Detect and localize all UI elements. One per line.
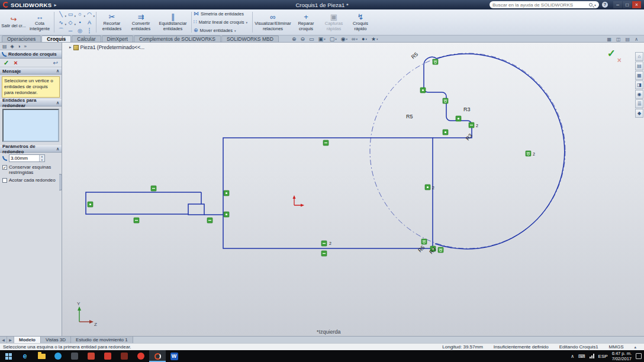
rapid-sketch-button[interactable]: ↯ Croquis rápido xyxy=(348,10,373,34)
sketch-relation-badge[interactable] xyxy=(224,190,229,196)
search-dropdown-icon[interactable]: ▾ xyxy=(594,3,596,7)
tab-dimxpert[interactable]: DimXpert xyxy=(102,35,133,42)
tab-modelo[interactable]: Modelo xyxy=(14,337,41,343)
sketch-relation-badge[interactable] xyxy=(88,202,93,207)
language-indicator[interactable]: ESP xyxy=(598,354,608,359)
fillet-radius-input[interactable] xyxy=(9,155,39,161)
sketch-fillet-button[interactable]: ⌒ xyxy=(56,27,66,35)
feature-tree-tab-icon[interactable]: ▤ xyxy=(2,44,7,49)
linear-pattern-button[interactable]: ∷ Matriz lineal de croquis ▾ xyxy=(194,18,250,26)
start-button[interactable] xyxy=(0,350,17,362)
maximize-button[interactable]: □ xyxy=(623,1,632,8)
more-tabs-icon[interactable]: » xyxy=(24,44,27,49)
sketch-relation-badge[interactable] xyxy=(134,218,139,223)
stepper-down-icon[interactable]: ▾ xyxy=(40,159,44,162)
tab-estudio-movimiento[interactable]: Estudio de movimiento 1 xyxy=(71,337,133,343)
trim-entities-button[interactable]: ✂ Recortar entidades xyxy=(98,10,125,34)
zoom-fit-icon[interactable]: ⊕ xyxy=(292,36,297,42)
repair-sketch-button[interactable]: + Reparar croquis xyxy=(292,10,320,34)
view-orientation-icon[interactable]: ▢▾ xyxy=(330,36,337,42)
sketch-notch-profile[interactable] xyxy=(424,57,472,138)
chevron-down-icon[interactable]: ▾ xyxy=(246,21,247,24)
sketch-centerline-button[interactable]: ─ xyxy=(66,27,75,35)
tray-expand-icon[interactable]: ∧ xyxy=(571,354,574,359)
taskbar-app-red-icon[interactable] xyxy=(83,350,99,362)
dimension-label[interactable]: R5 xyxy=(410,51,419,60)
property-manager-tab-icon[interactable]: ◈ xyxy=(11,44,14,49)
sketch-relation-badge[interactable] xyxy=(421,239,427,244)
taskbar-app-blue-icon[interactable] xyxy=(50,350,66,362)
display-style-icon[interactable]: ◉▾ xyxy=(341,36,347,42)
action-center-icon[interactable] xyxy=(636,353,642,359)
taskbar-edge-icon[interactable]: e xyxy=(17,350,33,362)
sketch-step-square[interactable] xyxy=(188,204,204,215)
mirror-entities-button[interactable]: ⋈ Simetría de entidades xyxy=(194,10,250,18)
tab-calcular[interactable]: Calcular xyxy=(72,35,101,42)
network-icon[interactable] xyxy=(590,354,594,358)
zoom-area-icon[interactable]: ⊖ xyxy=(301,36,305,42)
tab-croquis[interactable]: Croquis xyxy=(41,35,71,42)
search-icon[interactable] xyxy=(589,3,593,7)
pane-control-icon[interactable]: ▦ xyxy=(607,37,611,42)
dimension-label[interactable]: R5 xyxy=(417,244,426,253)
sketch-relation-badge[interactable] xyxy=(469,122,474,128)
tab-complementos[interactable]: Complementos de SOLIDWORKS xyxy=(134,35,221,42)
taskbar-app-redcircle-icon[interactable] xyxy=(133,350,149,362)
sketch-origin[interactable] xyxy=(293,195,305,207)
sketch-polygon-button[interactable]: ◇▾ xyxy=(66,18,75,27)
sketch-point-button[interactable]: • xyxy=(75,18,85,27)
tab-solidworks-mbd[interactable]: SOLIDWORKS MBD xyxy=(221,35,279,42)
entities-section-header[interactable]: Entidades para redondear ∧ xyxy=(0,99,62,106)
tab-scroll-left-icon[interactable]: ◀ xyxy=(0,337,7,343)
sketch-line-button[interactable]: ╲▾ xyxy=(56,10,66,18)
minimize-button[interactable]: – xyxy=(613,1,622,8)
exit-sketch-button[interactable]: ↪ Salir del cr... xyxy=(1,10,26,34)
forum-tab-icon[interactable]: ◆ xyxy=(635,109,643,118)
view-palette-tab-icon[interactable]: ◨ xyxy=(635,80,643,89)
tab-vistas-3d[interactable]: Vistas 3D xyxy=(41,337,71,343)
sketch-relation-badge[interactable] xyxy=(207,218,212,223)
sketch-spline-button[interactable]: ∿▾ xyxy=(56,18,66,27)
sketch-slot-profile[interactable] xyxy=(86,192,201,214)
collapse-icon[interactable]: ∧ xyxy=(56,101,59,105)
pane-control-icon[interactable]: ◫ xyxy=(616,37,621,42)
keep-corners-checkbox[interactable]: ✓ xyxy=(2,165,7,170)
tab-operaciones[interactable]: Operaciones xyxy=(2,35,41,42)
sketch-circle-button[interactable]: ○▾ xyxy=(75,10,85,18)
help-icon[interactable]: ? xyxy=(602,2,608,8)
pane-control-icon[interactable]: ∧ xyxy=(635,37,638,42)
configurations-tab-icon[interactable]: ◑ xyxy=(18,44,21,49)
sketch-relation-badge[interactable] xyxy=(443,130,448,135)
sketch-relation-badge[interactable] xyxy=(456,116,461,121)
hide-show-items-icon[interactable]: ∞▾ xyxy=(352,36,358,42)
sketch-text-button[interactable]: A xyxy=(85,18,94,27)
sketch-arc[interactable] xyxy=(435,54,565,249)
resources-tab-icon[interactable]: ⌂ xyxy=(635,52,643,61)
offset-entities-button[interactable]: ∥ Equidistanciar entidades xyxy=(156,10,189,34)
snapshots-button[interactable]: ▣ Capturas rápidas xyxy=(321,10,347,34)
collapse-icon[interactable]: ∧ xyxy=(56,69,59,73)
sketch-rectangle-button[interactable]: ▭▾ xyxy=(66,10,75,18)
dimension-label[interactable]: R3 xyxy=(463,106,471,112)
taskbar-solidworks-icon[interactable] xyxy=(149,350,166,362)
apply-scene-icon[interactable]: ★▾ xyxy=(371,36,378,42)
help-search-box[interactable]: ▾ xyxy=(490,1,599,8)
sketch-relation-badge[interactable] xyxy=(443,98,448,104)
convert-entities-button[interactable]: ⇉ Convertir entidades xyxy=(127,10,155,34)
collapse-icon[interactable]: ∧ xyxy=(56,147,59,151)
graphics-viewport[interactable]: 2 2 2 2 R5 R5 R3 R3 R5 R3 ▸ Pieza1 (Pred… xyxy=(62,43,644,336)
feature-tree-root[interactable]: ▸ Pieza1 (Predeterminado<<... xyxy=(69,44,144,50)
tray-keyboard-icon[interactable]: ⌨ xyxy=(578,354,585,359)
close-button[interactable]: × xyxy=(632,1,641,8)
parameters-section-header[interactable]: Parámetros de redondeo ∧ xyxy=(0,146,62,153)
status-units-dropdown-icon[interactable]: ▴ xyxy=(634,345,636,350)
message-section-header[interactable]: Mensaje ∧ xyxy=(0,67,62,75)
status-editing[interactable]: Editando Croquis1 xyxy=(559,344,598,350)
sketch-relation-badge[interactable] xyxy=(438,247,443,253)
sketch-arc-button[interactable]: ◠▾ xyxy=(85,10,94,18)
sketch-relation-badge[interactable] xyxy=(420,88,426,93)
pane-control-icon[interactable]: ▤ xyxy=(626,37,630,42)
tree-expand-icon[interactable]: ▸ xyxy=(69,45,72,50)
sketch-relation-badge[interactable] xyxy=(433,59,438,64)
previous-view-icon[interactable]: ▭ xyxy=(309,36,314,42)
